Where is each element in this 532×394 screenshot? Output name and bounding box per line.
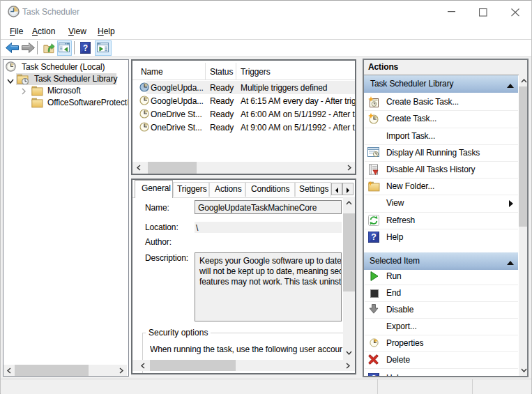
svg-text:?: ?: [371, 374, 377, 377]
svg-text:?: ?: [83, 43, 88, 54]
svg-text:?: ?: [371, 232, 377, 242]
